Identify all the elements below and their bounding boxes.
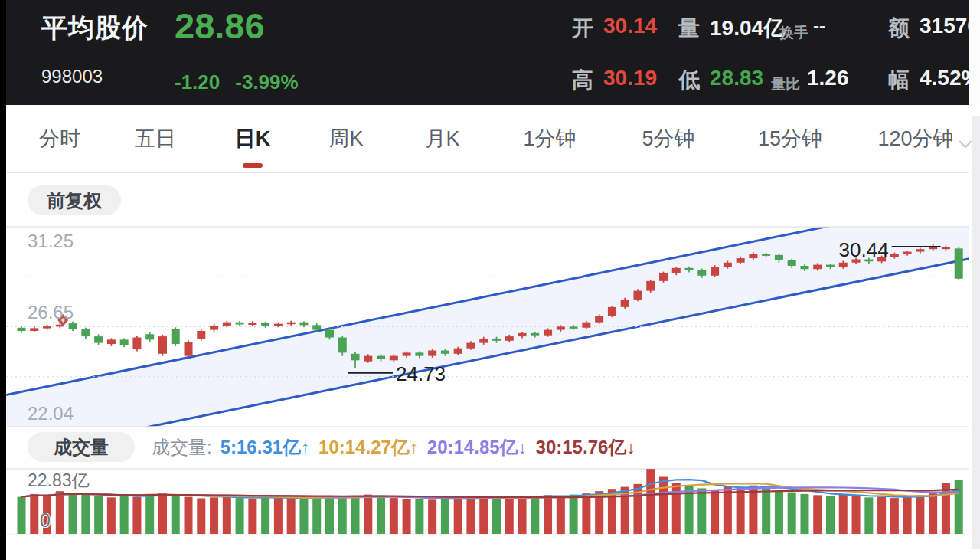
high-annotation: 30.44 <box>839 238 889 261</box>
amount-label: 额 <box>888 14 910 43</box>
turnover-value: -- <box>813 15 825 37</box>
change-amount: -1.20 <box>175 70 220 93</box>
tab-minute-chart[interactable]: 分时 <box>39 125 80 152</box>
quote-header: 平均股价 998003 28.86 -1.20-3.99% 开 30.14 量 … <box>6 0 969 105</box>
amount-value: 31576 <box>920 14 969 38</box>
high-value: 30.19 <box>603 66 657 90</box>
amplitude-value: 4.52% <box>920 66 969 90</box>
tab-daily-k[interactable]: 日K <box>235 125 271 152</box>
open-label: 开 <box>572 14 593 43</box>
price-chart-svg: 30.4424.73 <box>6 222 969 431</box>
stock-name: 平均股价 <box>41 11 149 46</box>
volume-ma-legend: 成交量: 5:16.31亿↑ 10:14.27亿↑ 20:14.85亿↓ 30:… <box>152 435 635 460</box>
last-price: 28.86 <box>175 5 265 47</box>
high-label: 高 <box>572 66 593 95</box>
period-tabbar: 分时 五日 日K 周K 月K 1分钟 5分钟 15分钟 120分钟 <box>6 105 969 173</box>
volume-ma5: 5:16.31亿↑ <box>220 435 310 460</box>
amplitude-label: 幅 <box>888 66 910 95</box>
volume-ma20: 20:14.85亿↓ <box>427 435 528 460</box>
tab-1min[interactable]: 1分钟 <box>523 125 576 152</box>
tab-five-day[interactable]: 五日 <box>135 125 176 152</box>
right-gutter <box>969 105 980 560</box>
volume-legend-label: 成交量: <box>152 435 212 460</box>
turnover-label: 换手 <box>779 23 808 43</box>
volume-chart-svg <box>6 463 969 560</box>
active-tab-underline <box>243 163 263 168</box>
change-percent: -3.99% <box>235 70 298 93</box>
volume-indicator-button[interactable]: 成交量 <box>28 432 135 462</box>
tab-120min[interactable]: 120分钟 <box>877 125 953 152</box>
volume-value: 19.04亿 <box>710 14 785 43</box>
volume-ma30: 30:15.76亿↓ <box>536 435 636 460</box>
right-gutter-top <box>969 0 980 105</box>
volume-ratio-value: 1.26 <box>807 66 849 90</box>
candlestick-chart[interactable]: 31.25 26.65 22.04 30.4424.73 <box>6 222 969 431</box>
volume-ma10: 10:14.27亿↑ <box>318 435 419 460</box>
tab-monthly-k[interactable]: 月K <box>425 125 459 152</box>
volume-ratio-label: 量比 <box>771 74 800 94</box>
price-change: -1.20-3.99% <box>175 70 314 94</box>
left-edge-strip <box>0 0 6 560</box>
tab-5min[interactable]: 5分钟 <box>642 125 694 152</box>
adjust-mode-button[interactable]: 前复权 <box>28 185 121 215</box>
chevron-down-icon[interactable] <box>960 136 972 148</box>
stock-code: 998003 <box>41 66 103 87</box>
stock-app: 平均股价 998003 28.86 -1.20-3.99% 开 30.14 量 … <box>0 0 980 560</box>
low-label: 低 <box>678 66 700 95</box>
low-value: 28.83 <box>710 66 763 90</box>
volume-bars-chart[interactable]: 22.83亿 0 <box>6 463 969 560</box>
tab-weekly-k[interactable]: 周K <box>328 125 363 152</box>
low-annotation: 24.73 <box>396 362 446 385</box>
tab-15min[interactable]: 15分钟 <box>758 125 822 152</box>
open-value: 30.14 <box>603 14 657 38</box>
volume-bars-layer <box>18 469 963 534</box>
volume-label: 量 <box>678 14 700 43</box>
